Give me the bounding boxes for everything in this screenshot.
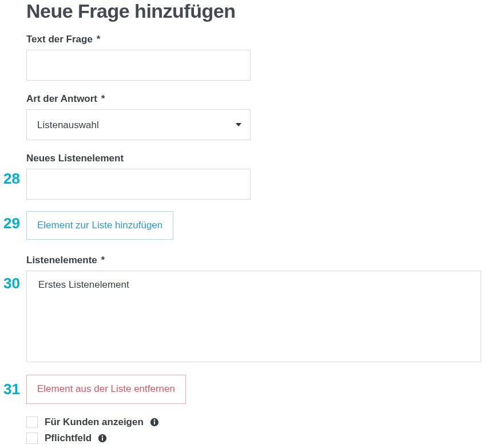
show-customers-label: Für Kunden anzeigen [45, 417, 144, 428]
required-mark: * [101, 255, 105, 265]
required-mark: * [97, 34, 101, 45]
question-text-input[interactable] [26, 50, 251, 81]
mandatory-row: Pflichtfeld [26, 433, 496, 444]
mandatory-label: Pflichtfeld [45, 433, 92, 444]
svg-rect-1 [154, 421, 155, 425]
label-text: Listenelemente [26, 255, 97, 265]
answer-type-label: Art der Antwort * [26, 93, 496, 105]
info-icon[interactable] [149, 417, 160, 427]
new-list-element-input[interactable] [26, 169, 251, 200]
label-text: Art der Antwort [26, 93, 97, 104]
annotation-marker-29: 29 [3, 215, 20, 232]
new-list-element-label: Neues Listenelement [26, 153, 496, 164]
remove-element-row: Element aus der Liste entfernen [26, 375, 496, 403]
svg-point-5 [102, 435, 103, 437]
label-text: Neues Listenelement [26, 153, 124, 164]
remove-element-button[interactable]: Element aus der Liste entfernen [26, 375, 186, 403]
question-text-label: Text der Frage * [26, 34, 496, 45]
annotation-marker-28: 28 [3, 170, 20, 188]
label-text: Text der Frage [26, 34, 93, 45]
svg-point-2 [154, 419, 155, 421]
new-list-element-group: Neues Listenelement [26, 153, 496, 200]
annotation-marker-30: 30 [3, 275, 20, 292]
add-element-button[interactable]: Element zur Liste hinzufügen [26, 211, 173, 240]
list-elements-group: Listenelemente * Erstes Listenelement [26, 255, 496, 362]
list-elements-label: Listenelemente * [26, 255, 496, 266]
svg-rect-4 [102, 437, 103, 441]
question-text-group: Text der Frage * [26, 34, 496, 81]
list-elements-listbox[interactable]: Erstes Listenelement [26, 271, 481, 362]
add-element-row: Element zur Liste hinzufügen [26, 211, 496, 240]
mandatory-checkbox[interactable] [26, 433, 38, 444]
info-icon[interactable] [97, 433, 108, 443]
answer-type-select-wrap[interactable]: Listenauswahl [26, 109, 251, 140]
answer-type-group: Art der Antwort * Listenauswahl [26, 93, 496, 140]
list-item[interactable]: Erstes Listenelement [27, 271, 481, 299]
annotation-marker-31: 31 [3, 380, 20, 398]
show-customers-row: Für Kunden anzeigen [26, 417, 496, 428]
page-title: Neue Frage hinzufügen [26, 0, 496, 22]
show-customers-checkbox[interactable] [26, 417, 38, 428]
answer-type-select[interactable]: Listenauswahl [26, 109, 251, 140]
required-mark: * [101, 93, 105, 104]
